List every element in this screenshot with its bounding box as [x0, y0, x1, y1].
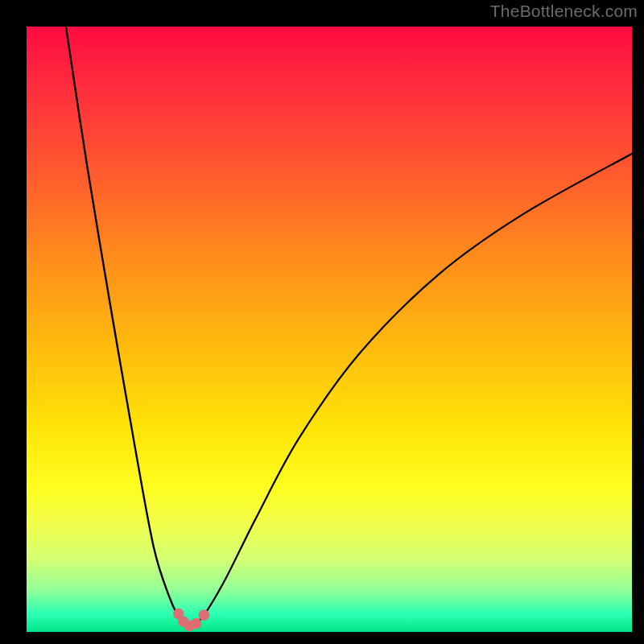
- plot-area: [27, 27, 632, 632]
- watermark-text: TheBottleneck.com: [490, 2, 638, 21]
- curve-right-branch: [190, 154, 632, 627]
- curve-layer: [27, 27, 632, 632]
- data-marker: [199, 609, 210, 621]
- data-marker: [191, 618, 202, 630]
- chart-frame: TheBottleneck.com: [0, 0, 644, 644]
- curve-left-branch: [66, 27, 190, 627]
- marker-cluster: [173, 609, 209, 632]
